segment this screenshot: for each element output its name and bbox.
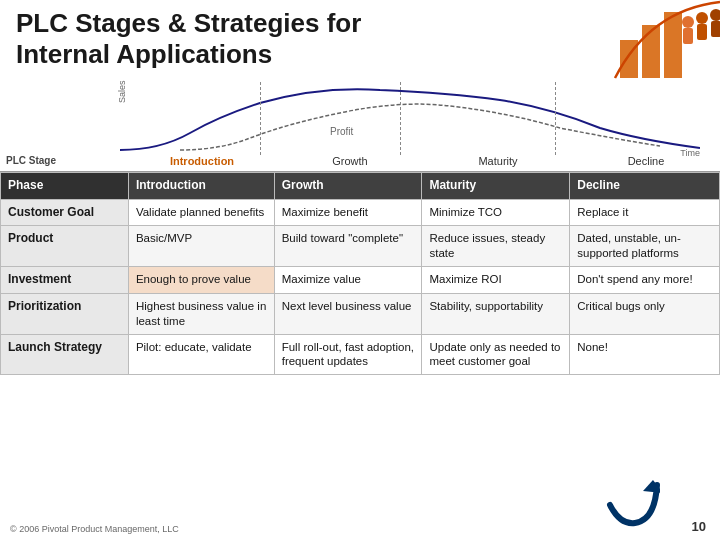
cell-5-4: None! xyxy=(570,334,720,375)
cell-1-2: Maximize benefit xyxy=(274,199,422,226)
table-row: ProductBasic/MVPBuild toward "complete"R… xyxy=(1,226,720,267)
svg-rect-1 xyxy=(642,25,660,78)
svg-rect-8 xyxy=(711,21,720,37)
cell-1-0: Customer Goal xyxy=(1,199,129,226)
plc-stage-row: PLC Stage Introduction Growth Maturity D… xyxy=(0,150,720,172)
cell-4-0: Prioritization xyxy=(1,293,129,334)
table-row: Launch StrategyPilot: educate, validateF… xyxy=(1,334,720,375)
cell-3-0: Investment xyxy=(1,267,129,294)
table-row: PrioritizationHighest business value in … xyxy=(1,293,720,334)
footer-copyright: © 2006 Pivotal Product Management, LLC xyxy=(10,524,179,534)
svg-rect-6 xyxy=(697,24,707,40)
cell-5-1: Pilot: educate, validate xyxy=(128,334,274,375)
vline-3 xyxy=(555,82,556,155)
profit-label: Profit xyxy=(330,126,353,137)
cell-0-4: Decline xyxy=(570,173,720,200)
cell-5-0: Launch Strategy xyxy=(1,334,129,375)
plc-stage-items: Introduction Growth Maturity Decline xyxy=(128,155,720,167)
svg-point-3 xyxy=(682,16,694,28)
table-row: Customer GoalValidate planned benefitsMa… xyxy=(1,199,720,226)
svg-rect-4 xyxy=(683,28,693,44)
cell-1-3: Minimize TCO xyxy=(422,199,570,226)
page-number: 10 xyxy=(692,519,706,534)
svg-point-5 xyxy=(696,12,708,24)
cell-3-4: Don't spend any more! xyxy=(570,267,720,294)
plc-chart xyxy=(120,78,700,153)
sales-label: Sales xyxy=(117,80,127,103)
vline-1 xyxy=(260,82,261,155)
cell-3-3: Maximize ROI xyxy=(422,267,570,294)
cell-0-2: Growth xyxy=(274,173,422,200)
cell-5-2: Full roll-out, fast adoption, frequent u… xyxy=(274,334,422,375)
cell-3-2: Maximize value xyxy=(274,267,422,294)
cell-4-2: Next level business value xyxy=(274,293,422,334)
cell-2-2: Build toward "complete" xyxy=(274,226,422,267)
svg-marker-9 xyxy=(643,480,660,493)
cell-0-0: Phase xyxy=(1,173,129,200)
cell-2-1: Basic/MVP xyxy=(128,226,274,267)
plc-stage-label: PLC Stage xyxy=(0,155,128,166)
plc-stage-maturity: Maturity xyxy=(424,155,572,167)
cell-4-3: Stability, supportability xyxy=(422,293,570,334)
svg-rect-2 xyxy=(664,12,682,78)
vline-2 xyxy=(400,82,401,155)
plc-stage-decline: Decline xyxy=(572,155,720,167)
cell-0-3: Maturity xyxy=(422,173,570,200)
main-table: PhaseIntroductionGrowthMaturityDeclineCu… xyxy=(0,172,720,375)
cell-0-1: Introduction xyxy=(128,173,274,200)
decorative-top-right xyxy=(520,0,720,80)
cell-2-3: Reduce issues, steady state xyxy=(422,226,570,267)
cell-3-1: Enough to prove value xyxy=(128,267,274,294)
table-row: InvestmentEnough to prove valueMaximize … xyxy=(1,267,720,294)
plc-stage-growth: Growth xyxy=(276,155,424,167)
page-title: PLC Stages & Strategies for Internal App… xyxy=(16,8,361,70)
svg-point-7 xyxy=(710,9,720,21)
plc-stage-introduction: Introduction xyxy=(128,155,276,167)
cell-4-1: Highest business value in least time xyxy=(128,293,274,334)
cell-2-0: Product xyxy=(1,226,129,267)
cell-4-4: Critical bugs only xyxy=(570,293,720,334)
cell-2-4: Dated, unstable, un-supported platforms xyxy=(570,226,720,267)
decorative-bottom-right xyxy=(605,475,660,530)
cell-1-4: Replace it xyxy=(570,199,720,226)
cell-1-1: Validate planned benefits xyxy=(128,199,274,226)
table-row: PhaseIntroductionGrowthMaturityDecline xyxy=(1,173,720,200)
cell-5-3: Update only as needed to meet customer g… xyxy=(422,334,570,375)
